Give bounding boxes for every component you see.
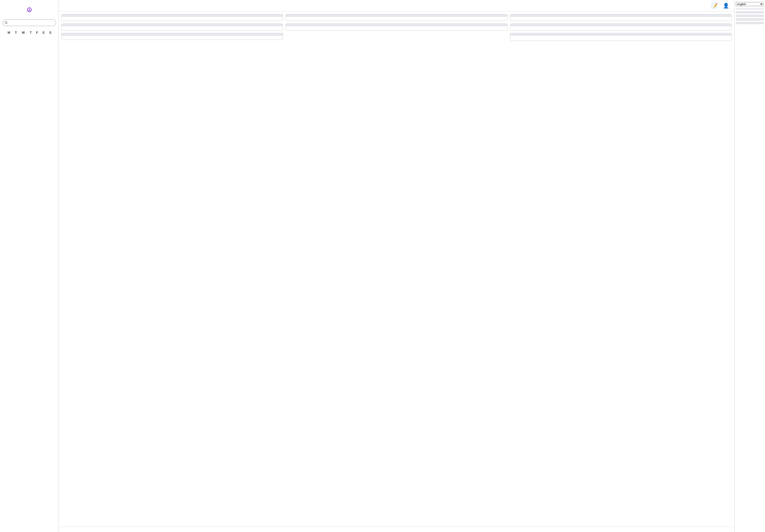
right-sidebar: english xyxy=(734,0,765,532)
page-header: 📝 👤 xyxy=(59,0,734,12)
calendar-table: M T W T F S S xyxy=(5,30,54,35)
event-calendar: M T W T F S S xyxy=(5,29,54,35)
resumes-header xyxy=(510,33,731,36)
us-cities-button[interactable] xyxy=(736,11,764,13)
page-footer xyxy=(59,527,734,532)
cal-day-mon: M xyxy=(5,30,13,35)
cal-day-tue: T xyxy=(13,30,19,35)
search-input[interactable] xyxy=(3,19,56,26)
logo-link[interactable]: ☮ xyxy=(27,9,32,13)
canada-button[interactable] xyxy=(736,18,764,20)
discussion-header xyxy=(62,33,283,36)
col3-section xyxy=(510,14,732,43)
jobs-box xyxy=(510,14,732,21)
cal-day-sat: S xyxy=(40,30,47,35)
content-area xyxy=(59,12,734,46)
account-button[interactable]: 👤 xyxy=(723,3,729,9)
resumes-box xyxy=(510,33,732,41)
cal-day-wed: W xyxy=(19,30,28,35)
account-icon: 👤 xyxy=(723,3,729,9)
community-header xyxy=(62,14,283,17)
us-states-button[interactable] xyxy=(736,15,764,17)
gigs-header xyxy=(510,24,731,26)
col1-section xyxy=(61,14,283,43)
cal-day-sun: S xyxy=(47,30,53,35)
services-content xyxy=(62,26,283,30)
discussion-box xyxy=(61,33,283,40)
post-button[interactable]: 📝 xyxy=(711,3,718,9)
nearby-header[interactable] xyxy=(736,8,764,10)
peace-icon: ☮ xyxy=(27,6,32,13)
services-box xyxy=(61,24,283,30)
cal-day-thu: T xyxy=(28,30,34,35)
community-content xyxy=(62,17,283,21)
services-header xyxy=(62,24,283,26)
forsale-header xyxy=(286,24,507,26)
gigs-box xyxy=(510,24,732,30)
left-sidebar: ☮ M T W T F S S xyxy=(0,0,59,532)
gigs-content xyxy=(510,26,731,30)
col2-section xyxy=(286,14,507,43)
jobs-header xyxy=(510,14,731,17)
main-content: 📝 👤 xyxy=(59,0,734,532)
post-icon: 📝 xyxy=(711,3,718,9)
forsale-content xyxy=(286,26,507,30)
logo-area: ☮ xyxy=(27,3,32,17)
housing-header xyxy=(286,14,507,17)
discussion-content xyxy=(62,36,283,40)
language-select[interactable]: english xyxy=(736,2,764,6)
community-box xyxy=(61,14,283,21)
jobs-content xyxy=(510,17,731,21)
cal-day-fri: F xyxy=(34,30,40,35)
resumes-content xyxy=(510,36,731,41)
housing-content xyxy=(286,17,507,21)
cl-worldwide-button[interactable] xyxy=(736,22,764,24)
header-actions: 📝 👤 xyxy=(711,3,729,9)
housing-box xyxy=(286,14,507,21)
search-input-wrap xyxy=(0,17,59,28)
forsale-box xyxy=(286,24,507,30)
